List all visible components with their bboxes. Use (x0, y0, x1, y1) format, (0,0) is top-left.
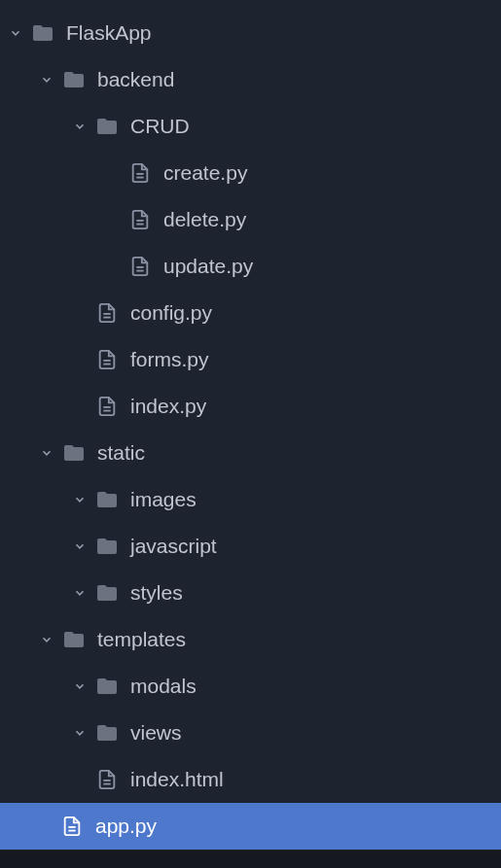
tree-item-label: styles (130, 581, 183, 605)
folder-icon (95, 675, 119, 698)
tree-item-label: create.py (163, 161, 247, 185)
chevron-down-icon (39, 445, 54, 461)
tree-file-create[interactable]: create.py (0, 150, 501, 196)
file-icon (95, 348, 119, 371)
folder-icon (31, 21, 54, 45)
tree-file-app[interactable]: app.py (0, 803, 501, 850)
folder-icon (95, 721, 119, 745)
folder-icon (95, 488, 119, 511)
folder-icon (62, 628, 86, 651)
chevron-down-icon (72, 492, 88, 507)
tree-item-label: backend (97, 68, 174, 91)
tree-item-label: javascript (130, 535, 217, 558)
file-tree: FlaskApp backend CRUD create.py delete.p… (0, 0, 501, 850)
chevron-down-icon (72, 119, 88, 134)
tree-item-label: images (130, 488, 197, 511)
folder-icon (95, 535, 119, 558)
tree-folder-backend[interactable]: backend (0, 56, 501, 103)
folder-icon (62, 68, 86, 91)
chevron-down-icon (72, 538, 88, 554)
tree-file-index-py[interactable]: index.py (0, 383, 501, 430)
tree-file-delete[interactable]: delete.py (0, 196, 501, 243)
tree-folder-static[interactable]: static (0, 430, 501, 476)
chevron-down-icon (39, 632, 54, 647)
chevron-down-icon (72, 725, 88, 741)
tree-item-label: update.py (163, 255, 253, 278)
file-icon (128, 208, 152, 231)
tree-item-label: index.py (130, 395, 206, 418)
tree-folder-modals[interactable]: modals (0, 663, 501, 710)
tree-file-index-html[interactable]: index.html (0, 756, 501, 803)
tree-item-label: CRUD (130, 115, 190, 138)
chevron-down-icon (72, 678, 88, 694)
folder-icon (95, 581, 119, 605)
file-icon (128, 161, 152, 185)
tree-item-label: static (97, 441, 145, 465)
tree-item-label: modals (130, 675, 197, 698)
tree-folder-templates[interactable]: templates (0, 616, 501, 663)
file-icon (128, 255, 152, 278)
chevron-down-icon (39, 72, 54, 87)
file-icon (60, 815, 84, 838)
chevron-down-icon (8, 25, 23, 41)
tree-folder-flaskapp[interactable]: FlaskApp (0, 10, 501, 56)
tree-item-label: app.py (95, 815, 157, 838)
tree-folder-crud[interactable]: CRUD (0, 103, 501, 150)
tree-item-label: index.html (130, 768, 224, 791)
tree-file-config[interactable]: config.py (0, 290, 501, 336)
tree-item-label: config.py (130, 301, 212, 325)
folder-icon (62, 441, 86, 465)
file-icon (95, 301, 119, 325)
tree-item-label: views (130, 721, 182, 745)
tree-file-update[interactable]: update.py (0, 243, 501, 290)
file-icon (95, 395, 119, 418)
folder-icon (95, 115, 119, 138)
tree-item-label: templates (97, 628, 186, 651)
tree-folder-views[interactable]: views (0, 710, 501, 756)
tree-item-label: FlaskApp (66, 21, 152, 45)
tree-folder-images[interactable]: images (0, 476, 501, 523)
chevron-down-icon (72, 585, 88, 601)
tree-item-label: forms.py (130, 348, 209, 371)
tree-folder-styles[interactable]: styles (0, 570, 501, 616)
tree-item-label: delete.py (163, 208, 246, 231)
footer-bar (0, 851, 501, 868)
tree-folder-javascript[interactable]: javascript (0, 523, 501, 570)
file-icon (95, 768, 119, 791)
tree-file-forms[interactable]: forms.py (0, 336, 501, 383)
